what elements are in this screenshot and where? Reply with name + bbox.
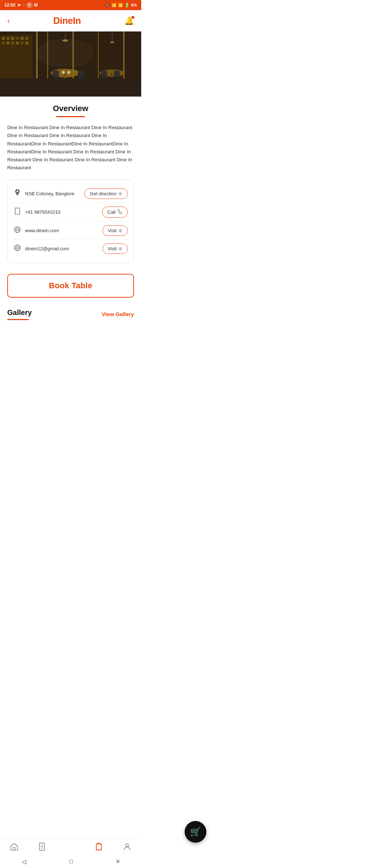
svg-rect-10 <box>2 42 5 44</box>
gallery-title-wrap: Gallery <box>7 309 32 320</box>
location-pin-icon <box>13 189 21 198</box>
email-left: dinein12@gmail.com <box>13 244 102 253</box>
bell-container: 🔔 <box>124 16 134 26</box>
svg-rect-26 <box>78 71 84 78</box>
call-label: Call <box>108 209 115 215</box>
svg-rect-28 <box>114 71 120 78</box>
mute-icon: 🔕 <box>105 3 110 8</box>
restaurant-hero-image <box>0 31 141 97</box>
svg-rect-25 <box>52 71 59 78</box>
svg-rect-5 <box>7 37 9 40</box>
svg-point-40 <box>16 227 19 233</box>
visit-website-icon: ⊕ <box>118 228 122 233</box>
visit-email-label: Visit <box>108 246 117 251</box>
address-text: NSB Coloney, Banglore <box>25 191 74 196</box>
location-icon: ➤ <box>17 3 21 8</box>
svg-rect-19 <box>98 31 99 78</box>
phone-left: +91 9876543210 <box>13 208 102 217</box>
email-row: dinein12@gmail.com Visit ⊕ <box>13 240 128 258</box>
info-card: NSB Coloney, Banglore Get direction ⊕ +9… <box>7 179 134 263</box>
battery-percent: 6% <box>131 3 137 7</box>
status-bar: 12:02 ➤ ↑ B M 🔕 📶 📶 🔋 6% <box>0 0 141 10</box>
svg-rect-23 <box>64 73 66 78</box>
gallery-section-header: Gallery View Gallery <box>0 305 141 320</box>
svg-rect-15 <box>25 42 28 44</box>
svg-rect-37 <box>16 208 18 209</box>
call-button[interactable]: Call <box>102 207 128 218</box>
svg-point-34 <box>67 71 70 74</box>
direction-icon: ⊕ <box>118 191 122 196</box>
overview-title: Overview <box>7 104 134 113</box>
phone-row: +91 9876543210 Call <box>13 203 128 222</box>
svg-rect-9 <box>25 37 28 40</box>
m-icon: M <box>34 3 38 8</box>
navigation-icon: ↑ <box>23 3 25 8</box>
phone-text: +91 9876543210 <box>25 209 60 215</box>
svg-point-39 <box>14 227 20 233</box>
svg-rect-27 <box>101 71 107 78</box>
svg-rect-4 <box>2 37 5 40</box>
bell-notification-dot <box>131 16 134 19</box>
gallery-title: Gallery <box>7 309 32 319</box>
email-text: dinein12@gmail.com <box>25 246 69 251</box>
svg-rect-13 <box>16 42 19 44</box>
book-table-container: Book Table <box>0 270 141 305</box>
svg-rect-7 <box>16 37 19 40</box>
svg-rect-11 <box>7 42 9 44</box>
status-right: 🔕 📶 📶 🔋 6% <box>105 3 137 8</box>
get-direction-label: Get direction <box>90 191 117 196</box>
signal-icon: 📶 <box>118 3 123 8</box>
header: ‹ DineIn 🔔 <box>0 10 141 31</box>
get-direction-button[interactable]: Get direction ⊕ <box>84 188 128 199</box>
svg-point-44 <box>16 245 19 251</box>
visit-website-label: Visit <box>108 228 117 233</box>
back-button[interactable]: ‹ <box>7 16 10 26</box>
website-left: www.dinein.com <box>13 226 102 235</box>
phone-icon <box>13 208 21 217</box>
svg-point-33 <box>62 71 65 74</box>
svg-rect-12 <box>11 42 14 44</box>
visit-email-button[interactable]: Visit ⊕ <box>102 243 128 254</box>
svg-point-43 <box>14 245 20 251</box>
svg-point-38 <box>17 213 18 214</box>
svg-rect-24 <box>111 73 112 78</box>
svg-rect-14 <box>21 42 24 44</box>
app-logo: DineIn <box>53 15 81 26</box>
time: 12:02 <box>4 3 16 8</box>
view-gallery-button[interactable]: View Gallery <box>102 311 134 317</box>
svg-rect-6 <box>11 37 14 40</box>
battery-icon: 🔋 <box>125 3 130 8</box>
wifi-icon: 📶 <box>112 3 117 8</box>
svg-rect-8 <box>21 37 24 40</box>
address-row: NSB Coloney, Banglore Get direction ⊕ <box>13 185 128 203</box>
b-icon: B <box>27 3 32 8</box>
visit-email-icon: ⊕ <box>118 246 122 251</box>
website-row: www.dinein.com Visit ⊕ <box>13 222 128 240</box>
call-icon <box>117 209 122 215</box>
main-content: Overview Dine In Restaurant Dine In Rest… <box>0 31 141 363</box>
gallery-underline <box>7 319 29 320</box>
visit-website-button[interactable]: Visit ⊕ <box>102 225 128 236</box>
book-table-button[interactable]: Book Table <box>7 274 134 298</box>
status-left: 12:02 ➤ ↑ B M <box>4 3 38 8</box>
website-text: www.dinein.com <box>25 228 59 233</box>
globe-icon-1 <box>13 226 21 235</box>
svg-point-35 <box>36 39 94 68</box>
overview-underline <box>56 116 85 117</box>
overview-description: Dine In Restaurant Dine In Restaurant Di… <box>7 124 134 172</box>
globe-icon-2 <box>13 244 21 253</box>
address-left: NSB Coloney, Banglore <box>13 189 84 198</box>
overview-section: Overview Dine In Restaurant Dine In Rest… <box>0 97 141 172</box>
